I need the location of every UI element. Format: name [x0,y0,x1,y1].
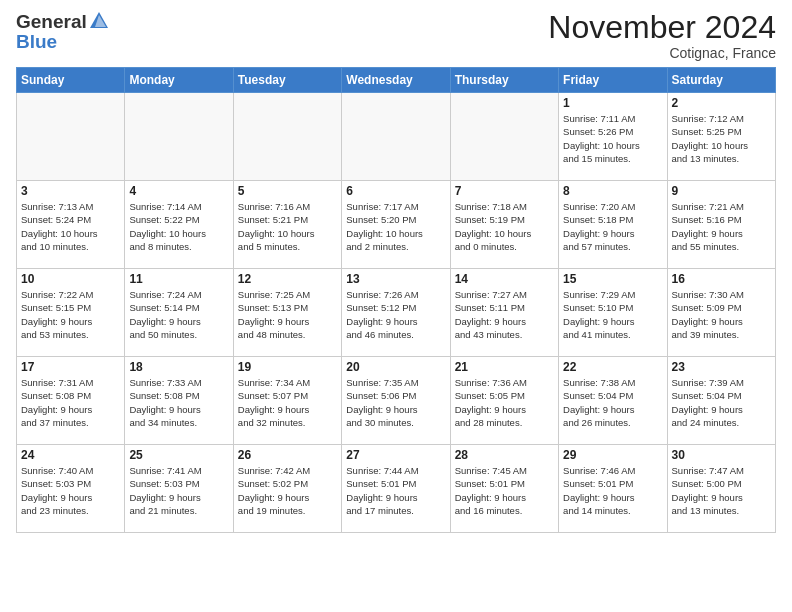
day-cell-20: 20Sunrise: 7:35 AM Sunset: 5:06 PM Dayli… [342,357,450,445]
day-cell-5: 5Sunrise: 7:16 AM Sunset: 5:21 PM Daylig… [233,181,341,269]
day-cell-11: 11Sunrise: 7:24 AM Sunset: 5:14 PM Dayli… [125,269,233,357]
month-title: November 2024 [548,10,776,45]
day-number-26: 26 [238,448,337,462]
day-info-9: Sunrise: 7:21 AM Sunset: 5:16 PM Dayligh… [672,200,771,253]
day-info-19: Sunrise: 7:34 AM Sunset: 5:07 PM Dayligh… [238,376,337,429]
day-number-14: 14 [455,272,554,286]
day-cell-19: 19Sunrise: 7:34 AM Sunset: 5:07 PM Dayli… [233,357,341,445]
day-info-3: Sunrise: 7:13 AM Sunset: 5:24 PM Dayligh… [21,200,120,253]
day-cell-9: 9Sunrise: 7:21 AM Sunset: 5:16 PM Daylig… [667,181,775,269]
day-number-21: 21 [455,360,554,374]
day-cell-29: 29Sunrise: 7:46 AM Sunset: 5:01 PM Dayli… [559,445,667,533]
day-info-15: Sunrise: 7:29 AM Sunset: 5:10 PM Dayligh… [563,288,662,341]
day-cell-6: 6Sunrise: 7:17 AM Sunset: 5:20 PM Daylig… [342,181,450,269]
day-cell-2: 2Sunrise: 7:12 AM Sunset: 5:25 PM Daylig… [667,93,775,181]
day-info-28: Sunrise: 7:45 AM Sunset: 5:01 PM Dayligh… [455,464,554,517]
day-cell-15: 15Sunrise: 7:29 AM Sunset: 5:10 PM Dayli… [559,269,667,357]
day-cell-22: 22Sunrise: 7:38 AM Sunset: 5:04 PM Dayli… [559,357,667,445]
day-number-15: 15 [563,272,662,286]
day-cell-1: 1Sunrise: 7:11 AM Sunset: 5:26 PM Daylig… [559,93,667,181]
title-block: November 2024 Cotignac, France [548,10,776,61]
day-info-10: Sunrise: 7:22 AM Sunset: 5:15 PM Dayligh… [21,288,120,341]
day-cell-28: 28Sunrise: 7:45 AM Sunset: 5:01 PM Dayli… [450,445,558,533]
day-info-18: Sunrise: 7:33 AM Sunset: 5:08 PM Dayligh… [129,376,228,429]
day-cell-3: 3Sunrise: 7:13 AM Sunset: 5:24 PM Daylig… [17,181,125,269]
day-number-1: 1 [563,96,662,110]
calendar-header-row: SundayMondayTuesdayWednesdayThursdayFrid… [17,68,776,93]
logo-icon [88,10,110,32]
day-info-5: Sunrise: 7:16 AM Sunset: 5:21 PM Dayligh… [238,200,337,253]
day-info-16: Sunrise: 7:30 AM Sunset: 5:09 PM Dayligh… [672,288,771,341]
day-number-5: 5 [238,184,337,198]
day-info-26: Sunrise: 7:42 AM Sunset: 5:02 PM Dayligh… [238,464,337,517]
day-info-17: Sunrise: 7:31 AM Sunset: 5:08 PM Dayligh… [21,376,120,429]
page: General Blue November 2024 Cotignac, Fra… [0,0,792,612]
day-number-27: 27 [346,448,445,462]
day-info-24: Sunrise: 7:40 AM Sunset: 5:03 PM Dayligh… [21,464,120,517]
day-info-8: Sunrise: 7:20 AM Sunset: 5:18 PM Dayligh… [563,200,662,253]
day-number-10: 10 [21,272,120,286]
day-cell-18: 18Sunrise: 7:33 AM Sunset: 5:08 PM Dayli… [125,357,233,445]
day-cell-12: 12Sunrise: 7:25 AM Sunset: 5:13 PM Dayli… [233,269,341,357]
day-cell-26: 26Sunrise: 7:42 AM Sunset: 5:02 PM Dayli… [233,445,341,533]
day-info-29: Sunrise: 7:46 AM Sunset: 5:01 PM Dayligh… [563,464,662,517]
empty-cell [233,93,341,181]
day-info-20: Sunrise: 7:35 AM Sunset: 5:06 PM Dayligh… [346,376,445,429]
day-cell-8: 8Sunrise: 7:20 AM Sunset: 5:18 PM Daylig… [559,181,667,269]
day-info-2: Sunrise: 7:12 AM Sunset: 5:25 PM Dayligh… [672,112,771,165]
weekday-header-thursday: Thursday [450,68,558,93]
day-info-14: Sunrise: 7:27 AM Sunset: 5:11 PM Dayligh… [455,288,554,341]
week-row-5: 24Sunrise: 7:40 AM Sunset: 5:03 PM Dayli… [17,445,776,533]
day-info-23: Sunrise: 7:39 AM Sunset: 5:04 PM Dayligh… [672,376,771,429]
day-info-13: Sunrise: 7:26 AM Sunset: 5:12 PM Dayligh… [346,288,445,341]
day-number-29: 29 [563,448,662,462]
calendar-table: SundayMondayTuesdayWednesdayThursdayFrid… [16,67,776,533]
weekday-header-sunday: Sunday [17,68,125,93]
day-info-25: Sunrise: 7:41 AM Sunset: 5:03 PM Dayligh… [129,464,228,517]
day-number-8: 8 [563,184,662,198]
day-cell-30: 30Sunrise: 7:47 AM Sunset: 5:00 PM Dayli… [667,445,775,533]
weekday-header-monday: Monday [125,68,233,93]
day-number-2: 2 [672,96,771,110]
day-number-3: 3 [21,184,120,198]
week-row-3: 10Sunrise: 7:22 AM Sunset: 5:15 PM Dayli… [17,269,776,357]
day-info-30: Sunrise: 7:47 AM Sunset: 5:00 PM Dayligh… [672,464,771,517]
week-row-2: 3Sunrise: 7:13 AM Sunset: 5:24 PM Daylig… [17,181,776,269]
empty-cell [17,93,125,181]
day-number-17: 17 [21,360,120,374]
day-number-12: 12 [238,272,337,286]
day-number-7: 7 [455,184,554,198]
day-info-22: Sunrise: 7:38 AM Sunset: 5:04 PM Dayligh… [563,376,662,429]
day-info-11: Sunrise: 7:24 AM Sunset: 5:14 PM Dayligh… [129,288,228,341]
day-cell-4: 4Sunrise: 7:14 AM Sunset: 5:22 PM Daylig… [125,181,233,269]
day-number-23: 23 [672,360,771,374]
day-cell-13: 13Sunrise: 7:26 AM Sunset: 5:12 PM Dayli… [342,269,450,357]
weekday-header-tuesday: Tuesday [233,68,341,93]
day-number-4: 4 [129,184,228,198]
day-number-20: 20 [346,360,445,374]
logo-blue: Blue [16,31,57,52]
empty-cell [125,93,233,181]
day-info-21: Sunrise: 7:36 AM Sunset: 5:05 PM Dayligh… [455,376,554,429]
day-number-24: 24 [21,448,120,462]
day-number-28: 28 [455,448,554,462]
day-info-6: Sunrise: 7:17 AM Sunset: 5:20 PM Dayligh… [346,200,445,253]
logo: General Blue [16,10,111,52]
day-cell-7: 7Sunrise: 7:18 AM Sunset: 5:19 PM Daylig… [450,181,558,269]
day-number-30: 30 [672,448,771,462]
day-info-4: Sunrise: 7:14 AM Sunset: 5:22 PM Dayligh… [129,200,228,253]
day-info-27: Sunrise: 7:44 AM Sunset: 5:01 PM Dayligh… [346,464,445,517]
day-cell-10: 10Sunrise: 7:22 AM Sunset: 5:15 PM Dayli… [17,269,125,357]
day-info-7: Sunrise: 7:18 AM Sunset: 5:19 PM Dayligh… [455,200,554,253]
day-info-12: Sunrise: 7:25 AM Sunset: 5:13 PM Dayligh… [238,288,337,341]
day-cell-16: 16Sunrise: 7:30 AM Sunset: 5:09 PM Dayli… [667,269,775,357]
location-subtitle: Cotignac, France [548,45,776,61]
day-number-13: 13 [346,272,445,286]
day-number-18: 18 [129,360,228,374]
week-row-1: 1Sunrise: 7:11 AM Sunset: 5:26 PM Daylig… [17,93,776,181]
day-cell-27: 27Sunrise: 7:44 AM Sunset: 5:01 PM Dayli… [342,445,450,533]
weekday-header-wednesday: Wednesday [342,68,450,93]
day-cell-24: 24Sunrise: 7:40 AM Sunset: 5:03 PM Dayli… [17,445,125,533]
day-number-11: 11 [129,272,228,286]
day-cell-21: 21Sunrise: 7:36 AM Sunset: 5:05 PM Dayli… [450,357,558,445]
